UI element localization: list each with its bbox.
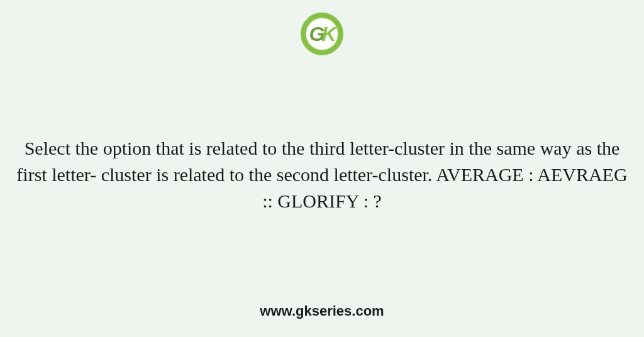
logo-text: GK [309, 23, 335, 46]
logo-letter-k: K [321, 23, 335, 45]
brand-logo: GK [301, 13, 343, 55]
question-text: Select the option that is related to the… [0, 135, 644, 214]
footer-url: www.gkseries.com [0, 303, 644, 319]
